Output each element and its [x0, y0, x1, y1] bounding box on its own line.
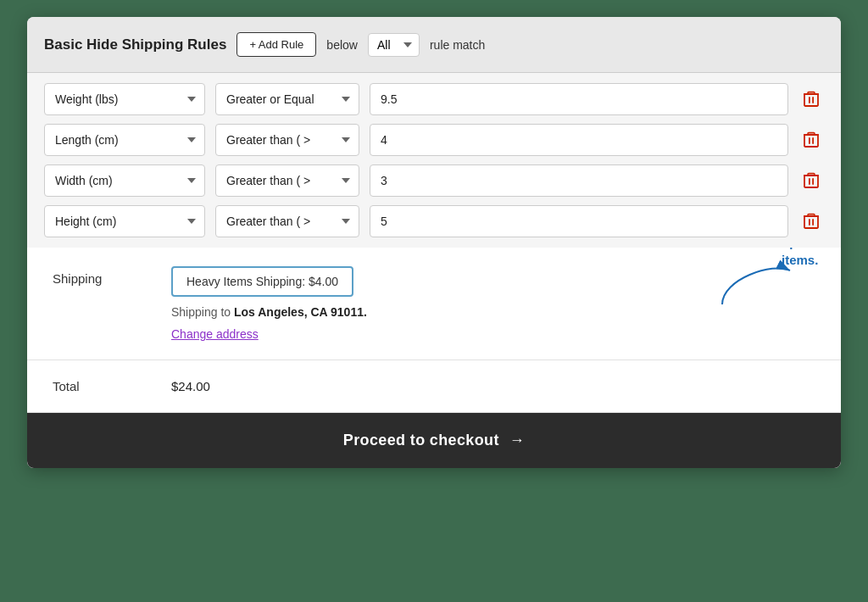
rules-header: Basic Hide Shipping Rules + Add Rule bel…	[27, 17, 841, 73]
trash-icon	[804, 213, 819, 230]
field-select-1[interactable]: Weight (lbs) Length (cm) Width (cm) Heig…	[44, 83, 205, 115]
value-input-1[interactable]	[370, 83, 788, 115]
operator-select-3[interactable]: Greater or Equal Greater than ( > Less t…	[215, 164, 359, 197]
delete-rule-3-button[interactable]	[798, 169, 824, 192]
svg-rect-1	[809, 97, 810, 103]
match-select[interactable]: All Any	[368, 33, 420, 57]
field-select-3[interactable]: Weight (lbs) Length (cm) Width (cm) Heig…	[44, 164, 205, 197]
svg-rect-15	[804, 216, 818, 228]
rule-row: Weight (lbs) Length (cm) Width (cm) Heig…	[44, 124, 824, 156]
delete-rule-4-button[interactable]	[798, 209, 824, 233]
delete-rule-1-button[interactable]	[798, 87, 824, 111]
svg-rect-17	[812, 219, 814, 226]
svg-rect-7	[812, 137, 814, 144]
total-row: Total $24.00	[27, 360, 841, 413]
checkout-button[interactable]: Proceed to checkout →	[27, 413, 841, 468]
checkout-arrow: →	[509, 432, 525, 449]
field-select-2[interactable]: Weight (lbs) Length (cm) Width (cm) Heig…	[44, 124, 205, 156]
checkout-label: Proceed to checkout	[343, 432, 499, 449]
svg-rect-12	[812, 178, 814, 185]
field-select-4[interactable]: Weight (lbs) Length (cm) Width (cm) Heig…	[44, 205, 205, 237]
total-label: Total	[53, 379, 171, 393]
trash-icon	[804, 91, 819, 108]
shipping-to-text: Shipping to	[171, 305, 231, 319]
svg-rect-5	[804, 135, 818, 147]
shipping-row: Shipping Heavy Items Shipping: $4.00 Shi…	[27, 248, 841, 360]
rules-title: Basic Hide Shipping Rules	[44, 36, 226, 53]
rules-body: Weight (lbs) Length (cm) Width (cm) Heig…	[27, 73, 841, 248]
total-value: $24.00	[171, 379, 210, 393]
cart-card: Shipping Heavy Items Shipping: $4.00 Shi…	[27, 248, 841, 468]
svg-rect-11	[809, 178, 810, 185]
cart-content: Heavy Items Shipping: $4.00 Shipping to …	[171, 266, 815, 341]
rule-row: Weight (lbs) Length (cm) Width (cm) Heig…	[44, 164, 824, 197]
operator-select-4[interactable]: Greater or Equal Greater than ( > Less t…	[215, 205, 359, 237]
svg-rect-10	[804, 176, 818, 187]
shipping-option-box: Heavy Items Shipping: $4.00	[171, 266, 353, 297]
rule-row: Weight (lbs) Length (cm) Width (cm) Heig…	[44, 83, 824, 115]
value-input-3[interactable]	[370, 164, 788, 197]
below-text: below	[326, 38, 358, 52]
svg-rect-0	[804, 94, 818, 106]
shipping-location: Los Angeles, CA 91011.	[234, 305, 367, 319]
add-rule-button[interactable]: + Add Rule	[236, 32, 316, 57]
trash-icon	[804, 131, 819, 148]
trash-icon	[804, 172, 819, 189]
operator-select-2[interactable]: Greater or Equal Greater than ( > Less t…	[215, 124, 359, 156]
shipping-label: Shipping	[53, 266, 171, 286]
svg-rect-6	[809, 137, 810, 144]
value-input-4[interactable]	[370, 205, 788, 237]
value-input-2[interactable]	[370, 124, 788, 156]
main-card: Basic Hide Shipping Rules + Add Rule bel…	[27, 17, 841, 468]
annotation-container: Hide all other shipping options for over…	[705, 254, 841, 325]
rule-match-text: rule match	[430, 38, 485, 52]
rule-row: Weight (lbs) Length (cm) Width (cm) Heig…	[44, 205, 824, 237]
svg-rect-2	[812, 97, 814, 103]
operator-select-1[interactable]: Greater or Equal Greater than ( > Less t…	[215, 83, 359, 115]
svg-rect-16	[809, 219, 810, 226]
change-address-link[interactable]: Change address	[171, 327, 815, 341]
delete-rule-2-button[interactable]	[798, 128, 824, 152]
annotation-text: Hide all other shipping options for over…	[782, 248, 841, 269]
